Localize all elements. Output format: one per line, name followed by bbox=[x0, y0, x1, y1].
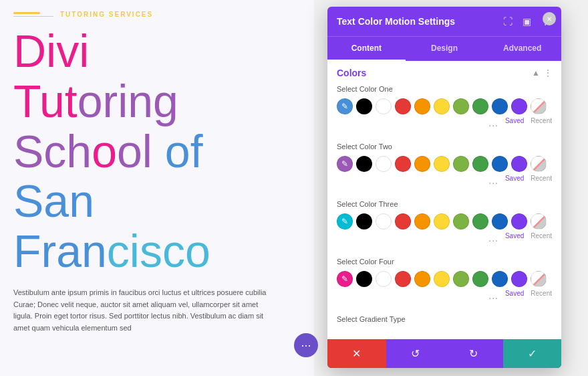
heading-school: School of bbox=[13, 126, 203, 177]
heading-francisco: Francisco bbox=[13, 226, 301, 276]
swatch-blue-one[interactable] bbox=[492, 98, 508, 114]
swatch-red-three[interactable] bbox=[395, 213, 411, 229]
eyedropper-icon-four: ✎ bbox=[341, 274, 348, 284]
close-button[interactable]: ✕ bbox=[543, 12, 556, 25]
swatch-green-one[interactable] bbox=[453, 98, 469, 114]
saved-two[interactable]: Saved bbox=[505, 175, 524, 191]
swatch-green-four[interactable] bbox=[453, 271, 469, 287]
saved-three[interactable]: Saved bbox=[505, 232, 524, 248]
swatch-orange-two[interactable] bbox=[414, 156, 430, 172]
tab-design[interactable]: Design bbox=[406, 37, 484, 61]
recent-four[interactable]: Recent bbox=[531, 290, 552, 306]
layout-icon[interactable]: ▣ bbox=[520, 15, 533, 28]
section-header: Colors ▲ ⋮ bbox=[337, 68, 552, 78]
swatch-white-two[interactable] bbox=[376, 156, 392, 172]
swatch-orange-one[interactable] bbox=[414, 98, 430, 114]
svg-line-1 bbox=[531, 157, 547, 172]
recent-one[interactable]: Recent bbox=[531, 117, 552, 133]
cancel-button[interactable]: ✕ bbox=[327, 339, 386, 368]
swatch-blue-four[interactable] bbox=[492, 271, 508, 287]
heading-o: o bbox=[92, 126, 117, 177]
swatch-black-four[interactable] bbox=[356, 271, 372, 287]
heading-divi: Divi bbox=[13, 26, 301, 76]
swatch-purple-four[interactable] bbox=[511, 271, 527, 287]
swatch-diagonal-four[interactable] bbox=[531, 271, 547, 287]
fab-button[interactable]: ··· bbox=[294, 333, 318, 357]
heading-san: San bbox=[13, 176, 301, 226]
swatch-black-three[interactable] bbox=[356, 213, 372, 229]
svg-line-0 bbox=[531, 99, 547, 114]
swatch-orange-three[interactable] bbox=[414, 213, 430, 229]
swatch-yellow-four[interactable] bbox=[434, 271, 450, 287]
swatch-black-one[interactable] bbox=[356, 98, 372, 114]
color-two-swatches: ✎ bbox=[337, 156, 552, 172]
settings-panel: Text Color Motion Settings ⛶ ▣ ⋮ Content… bbox=[327, 7, 561, 368]
color-group-four: Select Color Four ✎ ··· S bbox=[337, 258, 552, 306]
panel-body: Colors ▲ ⋮ Select Color One ✎ bbox=[327, 61, 561, 339]
heading-of: of bbox=[165, 126, 203, 177]
swatch-yellow-three[interactable] bbox=[434, 213, 450, 229]
saved-four[interactable]: Saved bbox=[505, 290, 524, 306]
recent-two[interactable]: Recent bbox=[531, 175, 552, 191]
eyedropper-four[interactable]: ✎ bbox=[337, 271, 353, 287]
swatch-green-two[interactable] bbox=[453, 156, 469, 172]
color-one-label: Select Color One bbox=[337, 85, 552, 93]
swatch-white-one[interactable] bbox=[376, 98, 392, 114]
eyedropper-three[interactable]: ✎ bbox=[337, 213, 353, 229]
logo-lines bbox=[13, 12, 53, 17]
svg-line-2 bbox=[531, 214, 547, 229]
color-four-swatches: ✎ bbox=[337, 271, 552, 287]
swatch-lime-two[interactable] bbox=[472, 156, 488, 172]
dots-four[interactable]: ··· bbox=[488, 290, 498, 306]
swatch-red-four[interactable] bbox=[395, 271, 411, 287]
tab-content[interactable]: Content bbox=[327, 37, 406, 61]
eyedropper-one[interactable]: ✎ bbox=[337, 98, 353, 114]
swatch-green-three[interactable] bbox=[453, 213, 469, 229]
panel-title: Text Color Motion Settings bbox=[337, 16, 455, 27]
expand-icon[interactable]: ⛶ bbox=[501, 15, 514, 28]
dots-two[interactable]: ··· bbox=[488, 175, 498, 191]
section-more-icon[interactable]: ⋮ bbox=[544, 68, 552, 78]
heading-san-text: San bbox=[13, 175, 94, 226]
swatch-purple-one[interactable] bbox=[511, 98, 527, 114]
swatch-orange-four[interactable] bbox=[414, 271, 430, 287]
heading-ol: ol bbox=[117, 126, 165, 177]
swatch-white-four[interactable] bbox=[376, 271, 392, 287]
collapse-icon[interactable]: ▲ bbox=[532, 68, 540, 78]
tab-advanced[interactable]: Advanced bbox=[483, 37, 561, 61]
swatch-lime-one[interactable] bbox=[472, 98, 488, 114]
recent-three[interactable]: Recent bbox=[531, 232, 552, 248]
swatch-black-two[interactable] bbox=[356, 156, 372, 172]
saved-one[interactable]: Saved bbox=[505, 117, 524, 133]
color-three-swatches: ✎ bbox=[337, 213, 552, 229]
swatch-diagonal-two[interactable] bbox=[531, 156, 547, 172]
dots-one[interactable]: ··· bbox=[488, 117, 498, 133]
reset-button[interactable]: ↺ bbox=[386, 339, 445, 368]
color-group-three: Select Color Three ✎ ··· bbox=[337, 200, 552, 248]
swatch-purple-two[interactable] bbox=[511, 156, 527, 172]
swatch-diagonal-one[interactable] bbox=[531, 98, 547, 114]
swatch-blue-three[interactable] bbox=[492, 213, 508, 229]
panel-tabs: Content Design Advanced bbox=[327, 36, 561, 61]
preview-paragraph: Vestibulum ante ipsum primis in faucibus… bbox=[13, 287, 267, 334]
heading-cisco: cisco bbox=[107, 225, 210, 276]
swatch-lime-three[interactable] bbox=[472, 213, 488, 229]
dots-three[interactable]: ··· bbox=[488, 232, 498, 248]
eyedropper-two[interactable]: ✎ bbox=[337, 156, 353, 172]
swatch-red-two[interactable] bbox=[395, 156, 411, 172]
swatch-diagonal-three[interactable] bbox=[531, 213, 547, 229]
redo-button[interactable]: ↻ bbox=[444, 339, 503, 368]
saved-row-three: ··· Saved Recent bbox=[337, 232, 552, 248]
swatch-yellow-two[interactable] bbox=[434, 156, 450, 172]
swatch-white-three[interactable] bbox=[376, 213, 392, 229]
swatch-red-one[interactable] bbox=[395, 98, 411, 114]
panel-header: Text Color Motion Settings ⛶ ▣ ⋮ bbox=[327, 7, 561, 36]
saved-row-four: ··· Saved Recent bbox=[337, 290, 552, 306]
swatch-purple-three[interactable] bbox=[511, 213, 527, 229]
section-title: Colors bbox=[337, 68, 366, 78]
section-controls: ▲ ⋮ bbox=[532, 68, 552, 78]
swatch-yellow-one[interactable] bbox=[434, 98, 450, 114]
confirm-button[interactable]: ✓ bbox=[503, 339, 562, 368]
swatch-lime-four[interactable] bbox=[472, 271, 488, 287]
swatch-blue-two[interactable] bbox=[492, 156, 508, 172]
